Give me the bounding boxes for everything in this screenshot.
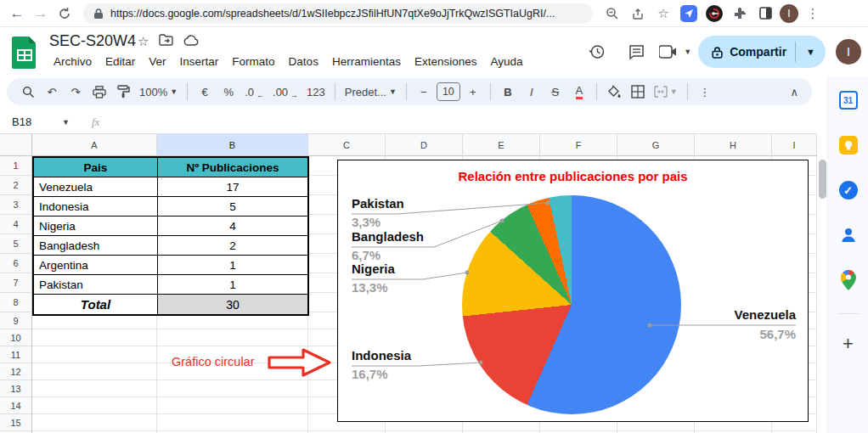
table-row[interactable]: PaisNº Publicaciones [34,158,307,177]
row-header-10[interactable]: 10 [0,329,32,346]
tasks-icon[interactable]: ✓ [835,177,862,204]
row-header-2[interactable]: 2 [0,176,32,195]
column-header-C[interactable]: C [308,134,386,156]
cloud-saved-icon[interactable] [183,34,199,49]
zoom-out-page-icon[interactable] [601,3,623,25]
strikethrough-button[interactable]: S [544,81,566,103]
extension-keeper-icon[interactable] [703,3,725,25]
menu-insertar[interactable]: Insertar [174,53,225,70]
row-header-11[interactable]: 11 [0,346,32,363]
toolbar-search-icon[interactable] [17,81,39,103]
number-format-button[interactable]: 123 [303,81,329,103]
comments-icon[interactable] [620,36,652,68]
keep-icon[interactable] [835,132,862,159]
extension-send-icon[interactable] [678,3,700,25]
cell-count[interactable]: 1 [158,275,307,294]
cell-country[interactable]: Argentina [34,256,158,274]
format-percent-button[interactable]: % [217,81,240,103]
increase-font-size-button[interactable]: + [462,81,484,103]
extensions-puzzle-icon[interactable] [729,3,751,25]
share-page-icon[interactable] [627,3,649,25]
row-header-12[interactable]: 12 [0,363,32,380]
menu-ver[interactable]: Ver [143,53,172,70]
row-header-14[interactable]: 14 [0,397,32,414]
row-header-6[interactable]: 6 [0,254,32,273]
cell-total-label[interactable]: Total [34,295,158,314]
table-row[interactable]: Venezuela17 [34,177,307,197]
cell-count[interactable]: 1 [158,256,307,274]
column-header-F[interactable]: F [540,134,617,156]
bold-button[interactable]: B [497,81,519,103]
cell-country[interactable]: Indonesia [34,197,158,216]
contacts-icon[interactable] [835,222,862,249]
row-header-3[interactable]: 3 [0,195,32,215]
sheets-logo-icon[interactable] [12,37,37,69]
font-size-input[interactable]: 10 [437,82,460,101]
row-header-1[interactable]: 1 [0,156,32,176]
scrollbar-thumb[interactable] [819,160,826,199]
share-button[interactable]: Compartir ▼ [698,36,826,68]
table-row[interactable]: Total30 [34,295,307,314]
format-currency-button[interactable]: € [194,81,216,103]
print-icon[interactable] [88,81,110,103]
zoom-select[interactable]: 100%▼ [136,81,181,103]
text-color-button[interactable]: A [568,81,590,103]
spreadsheet-grid[interactable]: ABCDEFGHI 12345678910111213141516 PaisNº… [0,134,817,433]
table-row[interactable]: Indonesia5 [34,197,307,216]
paint-format-icon[interactable] [112,81,134,103]
maps-icon[interactable] [835,267,862,294]
browser-refresh-button[interactable] [53,2,76,25]
cell-pais-header[interactable]: Pais [34,158,158,177]
select-all-corner[interactable] [0,134,32,156]
bookmark-star-icon[interactable]: ☆ [652,3,674,25]
add-addon-button[interactable]: + [843,333,854,355]
merge-cells-icon[interactable]: ▼ [651,81,681,103]
table-row[interactable]: Pakistan1 [34,275,307,295]
row-header-13[interactable]: 13 [0,380,32,397]
pie-chart[interactable]: Relación entre publicaciones por pais Pa… [337,160,809,422]
menu-editar[interactable]: Editar [99,53,141,70]
font-select[interactable]: Predet...▼ [341,81,400,103]
row-header-7[interactable]: 7 [0,273,32,293]
table-row[interactable]: Argentina1 [34,256,307,275]
table-row[interactable]: Nigeria4 [34,216,307,236]
fill-color-icon[interactable] [603,81,625,103]
meet-caret-icon[interactable]: ▼ [684,48,691,56]
redo-icon[interactable]: ↷ [65,81,87,103]
column-header-E[interactable]: E [463,134,540,156]
more-options-icon[interactable]: ⋮ [694,81,716,103]
address-bar[interactable]: https://docs.google.com/spreadsheets/d/1… [83,3,593,24]
italic-button[interactable]: I [521,81,543,103]
menu-herramientas[interactable]: Herramientas [326,53,407,70]
row-header-15[interactable]: 15 [0,414,32,431]
decrease-decimals-button[interactable]: .0← [241,81,268,103]
decrease-font-size-button[interactable]: − [413,81,435,103]
menu-formato[interactable]: Formato [226,53,280,70]
version-history-icon[interactable] [581,36,613,68]
menu-archivo[interactable]: Archivo [48,53,98,70]
row-header-4[interactable]: 4 [0,215,32,234]
column-header-H[interactable]: H [695,134,772,156]
column-header-G[interactable]: G [617,134,695,156]
move-folder-icon[interactable] [159,34,173,49]
menu-extensiones[interactable]: Extensiones [409,53,483,70]
menu-ayuda[interactable]: Ayuda [484,53,528,70]
name-box-caret-icon[interactable]: ▼ [62,118,70,127]
cell-count[interactable]: 2 [158,236,307,255]
cell-total-value[interactable]: 30 [158,295,307,314]
cell-count[interactable]: 5 [158,197,307,216]
calendar-icon[interactable]: 31 [835,87,862,114]
account-avatar[interactable]: I [836,39,861,65]
meet-video-icon[interactable]: ▼ [659,36,691,68]
menu-datos[interactable]: Datos [283,53,324,70]
browser-back-button[interactable]: ← [5,2,29,25]
column-header-I[interactable]: I [772,134,817,156]
column-header-D[interactable]: D [386,134,463,156]
undo-icon[interactable]: ↶ [41,81,63,103]
row-header-8[interactable]: 8 [0,293,32,312]
data-table[interactable]: PaisNº PublicacionesVenezuela17Indonesia… [32,156,309,316]
borders-icon[interactable] [627,81,649,103]
column-header-A[interactable]: A [32,134,157,156]
row-header-5[interactable]: 5 [0,234,32,254]
cell-country[interactable]: Nigeria [34,216,158,235]
